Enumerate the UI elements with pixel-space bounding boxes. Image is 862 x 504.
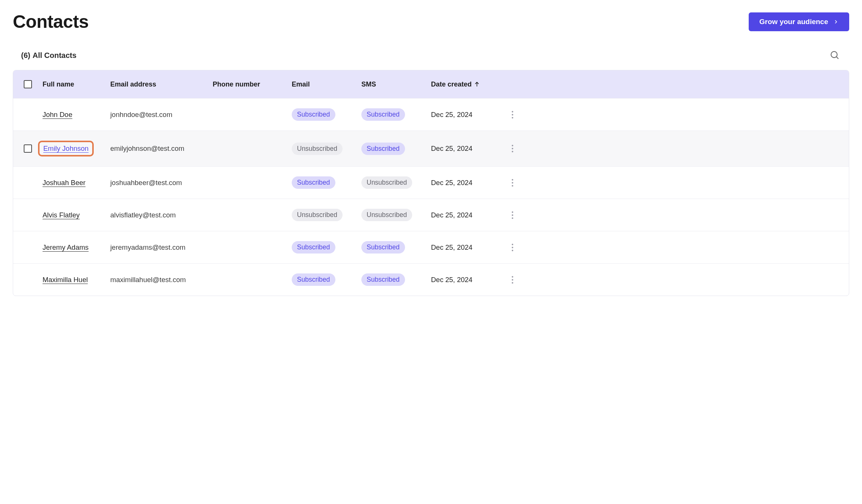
row-actions-button[interactable]	[506, 177, 518, 189]
contacts-filter-summary: (6) All Contacts	[21, 51, 76, 60]
more-vertical-icon	[512, 211, 513, 219]
table-row: John Doejonhndoe@test.comSubscribedSubsc…	[13, 98, 849, 131]
more-vertical-icon	[512, 179, 513, 187]
column-phone-number[interactable]: Phone number	[213, 80, 292, 88]
svg-point-13	[512, 214, 513, 216]
contacts-filter-label: All Contacts	[32, 51, 76, 60]
grow-audience-button[interactable]: Grow your audience	[749, 12, 849, 31]
page-title: Contacts	[13, 11, 88, 32]
contact-email: emilyjohnson@test.com	[110, 144, 213, 153]
search-icon	[830, 50, 839, 60]
svg-point-19	[512, 279, 513, 281]
svg-point-20	[512, 282, 513, 284]
email-status-badge: Subscribed	[292, 273, 335, 286]
svg-point-12	[512, 211, 513, 213]
row-actions-button[interactable]	[506, 241, 518, 254]
table-row: Jeremy Adamsjeremyadams@test.comSubscrib…	[13, 231, 849, 263]
table-row: Maximilla Huelmaximillahuel@test.comSubs…	[13, 263, 849, 296]
sms-status-badge: Unsubscribed	[361, 209, 412, 221]
table-header-row: Full name Email address Phone number Ema…	[13, 70, 849, 98]
column-email-label: Email address	[110, 80, 156, 88]
column-date-created-label: Date created	[431, 80, 472, 88]
date-created: Dec 25, 2024	[431, 111, 506, 119]
contact-email: jonhndoe@test.com	[110, 111, 213, 119]
date-created: Dec 25, 2024	[431, 243, 506, 252]
row-actions-button[interactable]	[506, 109, 518, 121]
date-created: Dec 25, 2024	[431, 211, 506, 219]
svg-point-3	[512, 111, 513, 112]
more-vertical-icon	[512, 111, 513, 118]
sms-status-badge: Subscribed	[361, 143, 405, 155]
svg-point-4	[512, 114, 513, 115]
svg-point-8	[512, 151, 513, 152]
row-checkbox[interactable]	[24, 144, 32, 153]
column-email-address[interactable]: Email address	[110, 80, 213, 88]
more-vertical-icon	[512, 244, 513, 251]
column-sms-status-label: SMS	[361, 80, 376, 88]
contact-name-link[interactable]: Joshuah Beer	[43, 179, 85, 187]
contact-name-link[interactable]: Emily Johnson	[43, 144, 88, 152]
select-all-checkbox[interactable]	[24, 80, 32, 88]
row-actions-button[interactable]	[506, 209, 518, 221]
sms-status-badge: Subscribed	[361, 108, 405, 121]
email-status-badge: Subscribed	[292, 176, 335, 189]
svg-point-10	[512, 182, 513, 184]
contact-email: maximillahuel@test.com	[110, 276, 213, 284]
callout-highlight: Emily Johnson	[38, 141, 94, 156]
date-created: Dec 25, 2024	[431, 144, 506, 153]
sort-ascending-icon	[474, 81, 480, 87]
svg-point-5	[512, 117, 513, 118]
column-email-status[interactable]: Email	[292, 80, 361, 88]
column-full-name[interactable]: Full name	[43, 80, 110, 88]
column-full-name-label: Full name	[43, 80, 74, 88]
contact-email: joshuahbeer@test.com	[110, 179, 213, 187]
svg-point-7	[512, 148, 513, 149]
more-vertical-icon	[512, 145, 513, 152]
sms-status-badge: Subscribed	[361, 241, 405, 254]
contact-name-link[interactable]: Alvis Flatley	[43, 211, 80, 219]
email-status-badge: Subscribed	[292, 108, 335, 121]
contact-email: alvisflatley@test.com	[110, 211, 213, 219]
svg-point-17	[512, 250, 513, 251]
svg-point-18	[512, 276, 513, 278]
more-vertical-icon	[512, 276, 513, 284]
column-date-created[interactable]: Date created	[431, 80, 506, 88]
svg-point-6	[512, 145, 513, 146]
table-row: Emily Johnsonemilyjohnson@test.comUnsubs…	[13, 131, 849, 166]
email-status-badge: Subscribed	[292, 241, 335, 254]
grow-audience-label: Grow your audience	[759, 18, 828, 26]
email-status-badge: Unsubscribed	[292, 209, 343, 221]
contacts-table: Full name Email address Phone number Ema…	[13, 70, 849, 296]
table-row: Alvis Flatleyalvisflatley@test.comUnsubs…	[13, 199, 849, 231]
contacts-count: (6)	[21, 51, 30, 60]
contact-name-link[interactable]: John Doe	[43, 111, 72, 118]
svg-point-15	[512, 244, 513, 245]
sms-status-badge: Subscribed	[361, 273, 405, 286]
svg-point-16	[512, 247, 513, 248]
row-actions-button[interactable]	[506, 143, 518, 155]
sms-status-badge: Unsubscribed	[361, 176, 412, 189]
row-actions-button[interactable]	[506, 274, 518, 286]
contact-name-link[interactable]: Jeremy Adams	[43, 243, 88, 251]
table-row: Joshuah Beerjoshuahbeer@test.comSubscrib…	[13, 166, 849, 199]
contact-email: jeremyadams@test.com	[110, 243, 213, 252]
svg-point-11	[512, 185, 513, 187]
email-status-badge: Unsubscribed	[292, 143, 343, 155]
svg-point-9	[512, 179, 513, 181]
chevron-right-icon	[833, 19, 839, 24]
search-button[interactable]	[828, 49, 841, 62]
column-email-status-label: Email	[292, 80, 310, 88]
column-phone-label: Phone number	[213, 80, 260, 88]
svg-line-1	[836, 57, 838, 59]
svg-point-14	[512, 217, 513, 219]
date-created: Dec 25, 2024	[431, 179, 506, 187]
date-created: Dec 25, 2024	[431, 276, 506, 284]
column-sms-status[interactable]: SMS	[361, 80, 431, 88]
contact-name-link[interactable]: Maximilla Huel	[43, 276, 88, 284]
